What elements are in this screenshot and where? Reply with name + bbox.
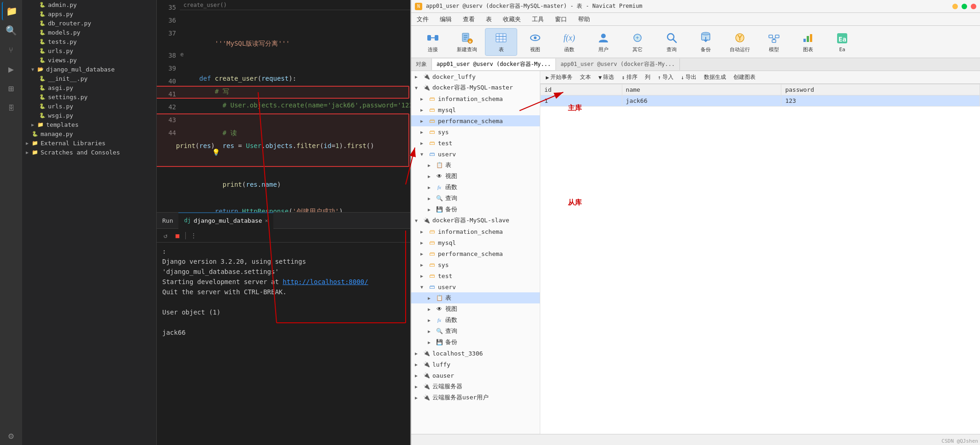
toolbar-autorun-btn[interactable]: 自动运行: [724, 28, 756, 56]
extensions-btn[interactable]: ⊞: [2, 79, 20, 98]
tree-tables-m[interactable]: ▶ 📋 表: [411, 160, 540, 171]
run-debug-btn[interactable]: ▶: [2, 60, 20, 78]
database-btn[interactable]: 🗄: [2, 99, 20, 117]
toolbar-chart-btn[interactable]: 图表: [792, 28, 824, 56]
code-editor[interactable]: '''MySQL版读写分离''' 1 usage def create_user…: [157, 10, 410, 212]
django-tab[interactable]: dj django_mul_database ✕: [178, 213, 273, 229]
tree-docker-slave[interactable]: ▼ 🔌 docker容器-MySQL-slave: [411, 215, 540, 226]
tree-sys-m[interactable]: ▶ 🗃 sys: [411, 126, 540, 137]
import-btn[interactable]: ↑ 导入: [655, 72, 676, 82]
menu-view[interactable]: 查看: [461, 14, 477, 24]
menu-favorites[interactable]: 收藏夹: [501, 14, 523, 24]
tree-tables-s[interactable]: ▶ 📋 表: [411, 292, 540, 303]
toolbar-ea-btn[interactable]: Ea Ea: [826, 28, 858, 56]
toolbar-model-btn[interactable]: 模型: [758, 28, 790, 56]
tree-perf-schema-s[interactable]: ▶ 🗃 performance_schema: [411, 248, 540, 259]
filter-btn[interactable]: ▼ 筛选: [596, 72, 617, 82]
col-header-name[interactable]: name: [622, 84, 781, 95]
tree-backup-s[interactable]: ▶ 💾 备份: [411, 337, 540, 348]
tree-userv-m[interactable]: ▼ 🗃 userv: [411, 148, 540, 160]
git-btn[interactable]: ⑂: [2, 41, 20, 59]
toolbar-connect-btn[interactable]: 连接: [417, 28, 449, 56]
tree-localhost-3306[interactable]: ▶ 🔌 localhost_3306: [411, 348, 540, 359]
tree-cloud-server[interactable]: ▶ 🔌 云端服务器: [411, 381, 540, 392]
data-gen-btn[interactable]: 数据生成: [701, 72, 729, 82]
sidebar-item-templates[interactable]: ▶ 📁 templates: [22, 120, 156, 129]
tree-views-s[interactable]: ▶ 👁 视图: [411, 303, 540, 314]
toolbar-view-btn[interactable]: 视图: [519, 28, 551, 56]
sidebar-item-external-libs[interactable]: ▶ 📁 External Libraries: [22, 138, 156, 148]
minimize-btn[interactable]: [952, 4, 958, 9]
explorer-btn[interactable]: 📁: [2, 2, 20, 20]
start-transaction-btn[interactable]: ▶ 开始事务: [543, 72, 575, 82]
sidebar-item-admin[interactable]: 🐍 admin.py: [22, 0, 156, 9]
tree-docker-luffy[interactable]: ▶ 🔌 docker_luffy: [411, 71, 540, 82]
search-btn[interactable]: 🔍: [2, 21, 20, 40]
sidebar-item-views[interactable]: 🐍 views.py: [22, 55, 156, 65]
settings-btn[interactable]: ⚙: [2, 427, 20, 445]
localhost-link[interactable]: http://localhost:8000/: [283, 278, 368, 285]
col-header-id[interactable]: id: [541, 84, 622, 95]
tree-test-s[interactable]: ▶ 🗃 test: [411, 270, 540, 281]
sidebar-item-wsgi[interactable]: 🐍 wsgi.py: [22, 111, 156, 120]
sidebar-item-init[interactable]: 🐍 __init__.py: [22, 74, 156, 83]
text-btn[interactable]: 文本: [577, 72, 594, 82]
sidebar-item-tests[interactable]: 🐍 tests.py: [22, 37, 156, 46]
sidebar-item-asgi[interactable]: 🐍 asgi.py: [22, 83, 156, 92]
sidebar-item-db-router[interactable]: 🐍 db_router.py: [22, 18, 156, 28]
toolbar-func-btn[interactable]: f(x) 函数: [553, 28, 585, 56]
toolbar-other-btn[interactable]: + 其它: [621, 28, 654, 56]
tree-cloud-server-user[interactable]: ▶ 🔌 云端服务器user用户: [411, 392, 540, 403]
tree-queries-s[interactable]: ▶ 🔍 查询: [411, 326, 540, 337]
tree-mysql-m[interactable]: ▶ 🗃 mysql: [411, 104, 540, 115]
tree-perf-schema-m[interactable]: ▶ 🗃 performance_schema: [411, 115, 540, 126]
tree-sys-s[interactable]: ▶ 🗃 sys: [411, 259, 540, 270]
tree-funcs-s[interactable]: ▶ fx 函数: [411, 314, 540, 326]
tree-oauser[interactable]: ▶ 🔌 oauser: [411, 370, 540, 381]
export-btn[interactable]: ↓ 导出: [678, 72, 699, 82]
tree-mysql-s[interactable]: ▶ 🗃 mysql: [411, 237, 540, 248]
tree-docker-master[interactable]: ▼ 🔌 docker容器-MySQL-master: [411, 82, 540, 93]
menu-table[interactable]: 表: [484, 14, 494, 24]
toolbar-table-btn[interactable]: 表: [485, 28, 517, 56]
col-header-password[interactable]: password: [781, 84, 980, 95]
tree-info-schema-m[interactable]: ▶ 🗃 information_schema: [411, 93, 540, 104]
sidebar-item-django-mul-database[interactable]: ▼ 📂 django_mul_database: [22, 65, 156, 74]
menu-window[interactable]: 窗口: [553, 14, 569, 24]
stop-btn[interactable]: ■: [172, 231, 183, 241]
toolbar-query-btn[interactable]: 查询: [655, 28, 688, 56]
sidebar-item-settings[interactable]: 🐍 settings.py: [22, 92, 156, 101]
tree-test-m[interactable]: ▶ 🗃 test: [411, 137, 540, 148]
object-tab[interactable]: 对象: [411, 59, 432, 70]
sidebar-item-manage[interactable]: 🐍 manage.py: [22, 129, 156, 138]
maximize-btn[interactable]: [962, 4, 967, 9]
sidebar-item-urls2[interactable]: 🐍 urls.py: [22, 101, 156, 111]
column-btn[interactable]: 列: [642, 72, 653, 82]
tree-queries-m[interactable]: ▶ 🔍 查询: [411, 193, 540, 204]
menu-help[interactable]: 帮助: [576, 14, 592, 24]
tree-views-m[interactable]: ▶ 👁 视图: [411, 171, 540, 182]
restart-btn[interactable]: ↺: [160, 231, 171, 241]
table-row[interactable]: 1 jack66 123: [541, 95, 980, 107]
menu-edit[interactable]: 编辑: [438, 14, 454, 24]
menu-tools[interactable]: 工具: [530, 14, 546, 24]
slave-tab[interactable]: app01_user @userv (docker容器-My...: [556, 59, 680, 70]
scroll-up-btn[interactable]: ⋮: [189, 231, 199, 241]
close-btn[interactable]: [971, 4, 976, 9]
tree-funcs-m[interactable]: ▶ fx 函数: [411, 182, 540, 193]
toolbar-backup-btn[interactable]: 备份: [690, 28, 722, 56]
tab-close-icon[interactable]: ✕: [265, 213, 268, 229]
toolbar-user-btn[interactable]: 用户: [587, 28, 620, 56]
menu-file[interactable]: 文件: [415, 14, 431, 24]
toolbar-new-query-btn[interactable]: + 新建查询: [451, 28, 483, 56]
tree-luffy-conn[interactable]: ▶ 🔌 luffy: [411, 359, 540, 370]
sidebar-item-apps[interactable]: 🐍 apps.py: [22, 9, 156, 18]
sort-btn[interactable]: ↕ 排序: [619, 72, 640, 82]
master-tab[interactable]: app01_user @userv (docker容器-My...: [432, 59, 556, 70]
tree-info-schema-s[interactable]: ▶ 🗃 information_schema: [411, 226, 540, 237]
tree-userv-s[interactable]: ▼ 🗃 userv: [411, 281, 540, 292]
create-chart-btn[interactable]: 创建图表: [731, 72, 758, 82]
sidebar-item-models[interactable]: 🐍 models.py: [22, 28, 156, 37]
sidebar-item-urls[interactable]: 🐍 urls.py: [22, 46, 156, 55]
tree-backup-m[interactable]: ▶ 💾 备份: [411, 204, 540, 215]
